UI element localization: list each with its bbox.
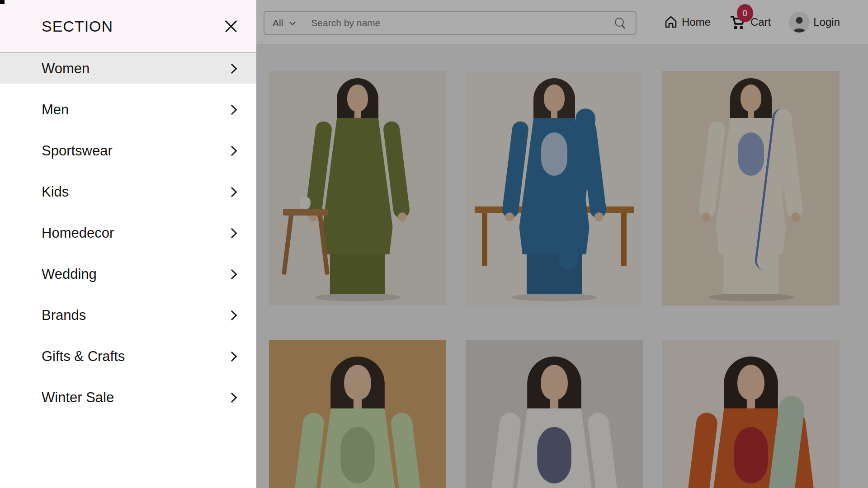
- sidebar-item-wedding[interactable]: Wedding: [0, 259, 256, 289]
- sidebar-item-kids[interactable]: Kids: [0, 177, 256, 207]
- chevron-right-icon: [227, 351, 237, 361]
- sidebar-item-winter-sale[interactable]: Winter Sale: [0, 382, 256, 413]
- chevron-right-icon: [227, 145, 237, 156]
- chevron-right-icon: [227, 104, 237, 115]
- screen-corner-artifact: [0, 0, 5, 4]
- sidebar-item-brands[interactable]: Brands: [0, 300, 256, 330]
- chevron-right-icon: [227, 228, 237, 238]
- drawer-header: SECTION: [0, 0, 256, 53]
- chevron-right-icon: [227, 269, 237, 279]
- sidebar-item-sportswear[interactable]: Sportswear: [0, 136, 256, 166]
- drawer-title: SECTION: [42, 18, 113, 35]
- sidebar-item-women[interactable]: Women: [0, 53, 256, 84]
- section-drawer: SECTION Women Men Sportswear Kids Homede…: [0, 0, 256, 488]
- close-icon[interactable]: [221, 16, 241, 36]
- chevron-right-icon: [227, 392, 237, 403]
- sidebar-item-homedecor[interactable]: Homedecor: [0, 218, 256, 248]
- chevron-right-icon: [227, 187, 237, 197]
- sidebar-item-gifts-crafts[interactable]: Gifts & Crafts: [0, 341, 256, 371]
- chevron-right-icon: [227, 310, 237, 320]
- sidebar-item-men[interactable]: Men: [0, 94, 256, 125]
- section-menu: Women Men Sportswear Kids Homedecor Wedd…: [0, 53, 256, 413]
- chevron-right-icon: [227, 63, 237, 74]
